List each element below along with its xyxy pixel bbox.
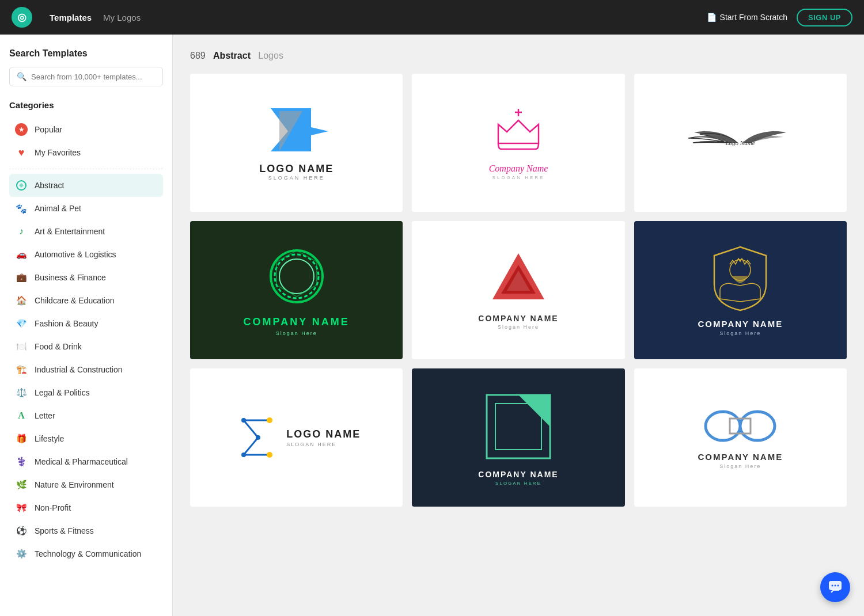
header: ◎ Templates My Logos 📄 Start From Scratc… (0, 0, 864, 35)
search-input[interactable] (31, 73, 156, 81)
document-icon: 📄 (707, 13, 717, 22)
svg-text:Logo Name: Logo Name (725, 139, 755, 146)
nav-my-logos[interactable]: My Logos (103, 13, 141, 22)
sidebar-item-technology-communication[interactable]: ⚙️ Technology & Communication (9, 542, 163, 565)
sidebar-item-fashion-beauty[interactable]: 💎 Fashion & Beauty (9, 312, 163, 335)
industrial-construction-label: Industrial & Construction (35, 365, 123, 374)
categories-title: Categories (9, 100, 163, 110)
childcare-education-label: Childcare & Education (35, 296, 115, 305)
sidebar-title: Search Templates (9, 48, 163, 59)
sports-fitness-label: Sports & Fitness (35, 526, 94, 535)
nature-environment-label: Nature & Environment (35, 480, 114, 489)
popular-icon: ★ (15, 123, 28, 136)
fashion-beauty-icon: 💎 (15, 317, 28, 330)
technology-communication-icon: ⚙️ (15, 547, 28, 560)
letter-label: Letter (35, 411, 55, 420)
logo-card-4[interactable]: COMPANY NAME Slogan Here (190, 221, 403, 359)
sidebar-item-lifestyle[interactable]: 🎁 Lifestyle (9, 427, 163, 450)
animal-pet-label: Animal & Pet (35, 204, 81, 213)
lifestyle-label: Lifestyle (35, 434, 64, 443)
logo-card-6[interactable]: COMPANY NAME Slogan Here (634, 221, 847, 359)
search-box: 🔍 (9, 67, 163, 86)
main-layout: Search Templates 🔍 Categories ★ Popular … (0, 35, 864, 616)
childcare-education-icon: 🏠 (15, 294, 28, 307)
sidebar-item-nature-environment[interactable]: 🌿 Nature & Environment (9, 473, 163, 496)
abstract-icon (15, 179, 28, 192)
logo-card-7[interactable]: LOGO NAME SLOGAN HERE (190, 368, 403, 507)
non-profit-label: Non-Profit (35, 503, 71, 512)
header-nav: Templates My Logos (50, 13, 141, 22)
logo-card-3[interactable]: Logo Name (634, 74, 847, 212)
svg-point-22 (832, 585, 833, 587)
header-right: 📄 Start From Scratch SIGN UP (707, 9, 852, 26)
fashion-beauty-label: Fashion & Beauty (35, 319, 98, 328)
svg-point-14 (256, 435, 260, 440)
sidebar-item-non-profit[interactable]: 🎀 Non-Profit (9, 496, 163, 519)
result-count: 689 (190, 51, 206, 60)
sidebar-item-art-entertainment[interactable]: ♪ Art & Entertainment (9, 220, 163, 243)
medical-pharmaceutical-icon: ⚕️ (15, 455, 28, 468)
automotive-logistics-label: Automotive & Logistics (35, 250, 116, 259)
content-category: Abstract (213, 51, 251, 60)
sports-fitness-icon: ⚽ (15, 524, 28, 537)
food-drink-label: Food & Drink (35, 342, 82, 351)
app-logo[interactable]: ◎ (12, 7, 32, 28)
non-profit-icon: 🎀 (15, 501, 28, 514)
logo-card-9[interactable]: COMPANY NAME Slogan Here (634, 368, 847, 507)
svg-point-5 (271, 250, 323, 302)
legal-politics-label: Legal & Politics (35, 388, 90, 397)
svg-point-15 (241, 453, 246, 457)
logos-label: Logos (258, 51, 283, 60)
start-scratch-label: Start From Scratch (720, 13, 787, 22)
sidebar-item-favorites[interactable]: ♥ My Favorites (9, 141, 163, 164)
art-entertainment-label: Art & Entertainment (35, 227, 105, 236)
start-from-scratch-button[interactable]: 📄 Start From Scratch (707, 13, 787, 22)
lifestyle-icon: 🎁 (15, 432, 28, 445)
sidebar-item-childcare-education[interactable]: 🏠 Childcare & Education (9, 289, 163, 312)
chat-bubble-button[interactable] (820, 572, 850, 602)
sidebar-item-industrial-construction[interactable]: 🏗️ Industrial & Construction (9, 358, 163, 381)
svg-point-12 (267, 417, 272, 423)
sign-up-button[interactable]: SIGN UP (797, 9, 852, 26)
nature-environment-icon: 🌿 (15, 478, 28, 491)
industrial-construction-icon: 🏗️ (15, 363, 28, 376)
sidebar-item-food-drink[interactable]: 🍽️ Food & Drink (9, 335, 163, 358)
logo-card-2[interactable]: Company Name SLOGAN HERE (412, 74, 624, 212)
business-finance-label: Business & Finance (35, 273, 106, 282)
art-entertainment-icon: ♪ (15, 225, 28, 238)
sidebar-item-automotive-logistics[interactable]: 🚗 Automotive & Logistics (9, 243, 163, 266)
svg-marker-18 (518, 395, 550, 427)
content-header: 689 Abstract Logos (190, 51, 847, 61)
svg-point-23 (835, 585, 836, 587)
svg-point-7 (279, 259, 314, 294)
sidebar-item-sports-fitness[interactable]: ⚽ Sports & Fitness (9, 519, 163, 542)
automotive-logistics-icon: 🚗 (15, 248, 28, 261)
logo-card-5[interactable]: COMPANY NAME Slogan Here (412, 221, 624, 359)
letter-icon: A (15, 409, 28, 422)
legal-politics-icon: ⚖️ (15, 386, 28, 399)
sidebar-item-popular[interactable]: ★ Popular (9, 118, 163, 141)
svg-point-6 (275, 254, 319, 298)
favorites-icon: ♥ (15, 146, 28, 159)
sidebar-item-animal-pet[interactable]: 🐾 Animal & Pet (9, 197, 163, 220)
nav-templates[interactable]: Templates (50, 13, 92, 22)
logo-card-1[interactable]: LOGO NAME SLOGAN HERE (190, 74, 403, 212)
sidebar-divider (9, 169, 163, 169)
sidebar: Search Templates 🔍 Categories ★ Popular … (0, 35, 173, 616)
sidebar-item-letter[interactable]: A Letter (9, 404, 163, 427)
technology-communication-label: Technology & Communication (35, 549, 141, 558)
medical-pharmaceutical-label: Medical & Pharmaceutical (35, 457, 128, 466)
logo-card-8[interactable]: COMPANY NAME SLOGAN HERE (412, 368, 624, 507)
svg-point-24 (838, 585, 839, 587)
svg-point-16 (267, 452, 272, 458)
sidebar-item-medical-pharmaceutical[interactable]: ⚕️ Medical & Pharmaceutical (9, 450, 163, 473)
sidebar-item-legal-politics[interactable]: ⚖️ Legal & Politics (9, 381, 163, 404)
content-area: 689 Abstract Logos LOGO NAME SLOGAN HERE (173, 35, 864, 616)
sidebar-item-business-finance[interactable]: 💼 Business & Finance (9, 266, 163, 289)
logo-grid: LOGO NAME SLOGAN HERE (190, 74, 847, 507)
animal-pet-icon: 🐾 (15, 202, 28, 215)
favorites-label: My Favorites (35, 148, 81, 157)
abstract-label: Abstract (35, 181, 64, 190)
popular-label: Popular (35, 125, 62, 134)
sidebar-item-abstract[interactable]: Abstract (9, 174, 163, 197)
